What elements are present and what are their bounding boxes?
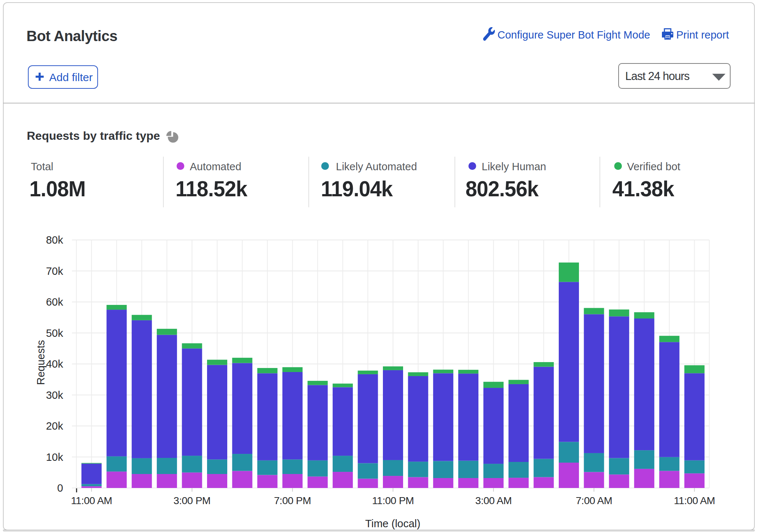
svg-text:0: 0 [57,482,63,494]
svg-text:3:00 PM: 3:00 PM [174,495,211,506]
svg-text:Time (local): Time (local) [365,518,420,529]
svg-text:Requests: Requests [35,340,47,385]
svg-text:20k: 20k [46,420,63,432]
svg-text:7:00 AM: 7:00 AM [576,495,612,506]
svg-text:80k: 80k [46,234,63,246]
svg-text:50k: 50k [46,327,63,339]
svg-text:11:00 PM: 11:00 PM [372,495,414,506]
svg-text:60k: 60k [46,296,63,308]
svg-text:10k: 10k [46,451,63,463]
svg-text:3:00 AM: 3:00 AM [475,495,512,506]
svg-text:40k: 40k [46,358,63,370]
svg-text:70k: 70k [46,265,63,277]
svg-text:11:00 AM: 11:00 AM [71,495,112,506]
svg-text:30k: 30k [46,389,63,401]
svg-text:11:00 AM: 11:00 AM [674,495,715,506]
svg-text:7:00 PM: 7:00 PM [274,495,311,506]
